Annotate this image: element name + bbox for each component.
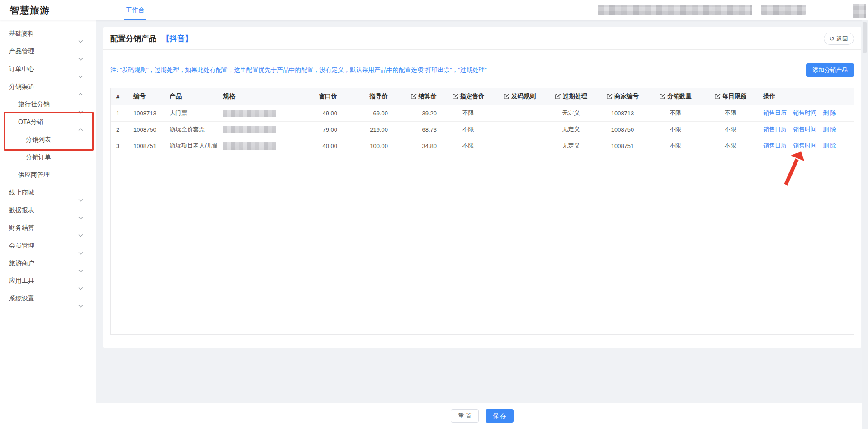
sidebar-item-app-tools[interactable]: 应用工具 [0,272,96,290]
table-cell: 不限 [648,138,703,154]
column-header-label: 商家编号 [614,92,639,100]
sales-time-link-row3[interactable]: 销售时间 [793,142,816,149]
sidebar-item-distribution-channel[interactable]: 分销渠道 [0,78,96,95]
edit-column-icon[interactable] [555,93,561,100]
sidebar-nav: 基础资料产品管理订单中心分销渠道旅行社分销OTA分销分销列表分销订单供应商管理线… [0,20,96,429]
redacted-spec [223,142,276,150]
sidebar-item-tourism-merchant[interactable]: 旅游商户 [0,254,96,272]
delete-link-row1[interactable]: 删 除 [823,110,836,116]
edit-column-icon[interactable] [452,93,458,100]
table-cell: 不限 [442,105,494,121]
sidebar-item-distribution-orders[interactable]: 分销订单 [0,148,96,166]
scrollbar-thumb[interactable] [863,22,867,53]
actions-cell: 销售日历销售时间删 除 [758,105,854,121]
table-cell: 游玩全价套票 [164,121,217,138]
table-cell: 不限 [648,105,703,121]
table-cell: 不限 [442,138,494,154]
column-header-label: 过期处理 [563,92,587,100]
sidebar-item-label: 分销列表 [26,136,51,143]
table-cell: 大门票 [164,105,217,121]
sidebar-item-basic-data[interactable]: 基础资料 [0,25,96,43]
save-button[interactable]: 保 存 [486,409,514,423]
column-header-label: 窗口价 [319,92,338,100]
redacted-spec [223,126,276,133]
note-row: 注: "发码规则"，过期处理，如果此处有配置，这里配置优先于产品中的配置，没有定… [103,50,861,88]
sidebar-item-label: OTA分销 [18,118,43,125]
column-header: 窗口价 [295,88,343,105]
edit-column-icon[interactable] [410,93,417,100]
sidebar-item-order-center[interactable]: 订单中心 [0,60,96,78]
table-cell: 1008713 [128,105,164,121]
table-cell: 1008751 [128,138,164,154]
spec-cell-redacted [217,105,295,121]
sidebar-item-distribution-list[interactable]: 分销列表 [0,131,96,148]
scrollbar[interactable] [862,20,868,429]
table-cell [494,121,545,138]
edit-column-icon[interactable] [503,93,509,100]
channel-tag: 【抖音】 [162,34,193,43]
column-header: 发码规则 [494,88,545,105]
top-navbar: 智慧旅游 工作台 [0,0,868,20]
page-title-text: 配置分销产品 [110,34,156,43]
sales-calendar-link-row3[interactable]: 销售日历 [763,142,787,149]
column-header: 过期处理 [545,88,597,105]
column-header-label: 规格 [223,92,235,100]
column-header-label: 指导价 [370,92,388,100]
sidebar-item-supplier-mgmt[interactable]: 供应商管理 [0,166,96,184]
reset-button[interactable]: 重 置 [451,409,479,423]
add-distribution-product-button[interactable]: 添加分销产品 [806,63,854,77]
table-cell: 1008751 [597,138,648,154]
sales-time-link-row2[interactable]: 销售时间 [793,126,816,133]
table-row: 11008713大门票49.0069.0039.20不限无定义1008713不限… [111,105,854,121]
products-table-wrap: #编号产品规格窗口价指导价结算价指定售价发码规则过期处理商家编号分销数量每日限额… [110,88,854,335]
edit-column-icon[interactable] [714,93,721,100]
table-cell: 219.00 [343,121,393,138]
back-button[interactable]: ↺返回 [824,33,854,45]
column-header: # [111,88,128,105]
sidebar-item-data-reports[interactable]: 数据报表 [0,201,96,219]
back-button-label: 返回 [836,35,848,42]
sidebar-item-product-mgmt[interactable]: 产品管理 [0,43,96,60]
column-header-label: 分销数量 [667,92,692,100]
sales-time-link-row1[interactable]: 销售时间 [793,110,816,116]
column-header: 规格 [217,88,295,105]
table-cell: 2 [111,121,128,138]
table-cell: 不限 [703,138,758,154]
delete-link-row2[interactable]: 删 除 [823,126,836,133]
sales-calendar-link-row1[interactable]: 销售日历 [763,110,787,116]
table-cell: 无定义 [545,105,597,121]
sidebar-item-ota-distribution[interactable]: OTA分销 [0,113,96,131]
column-header-label: 发码规则 [511,92,536,100]
sidebar-item-online-mall[interactable]: 线上商城 [0,184,96,201]
table-cell: 无定义 [545,138,597,154]
column-header: 结算价 [393,88,442,105]
table-row: 21008750游玩全价套票79.00219.0068.73不限无定义10087… [111,121,854,138]
sidebar-item-label: 分销渠道 [9,83,34,90]
tab-workbench[interactable]: 工作台 [122,0,148,20]
column-header: 编号 [128,88,164,105]
sidebar-item-label: 旅行社分销 [18,100,50,108]
table-cell: 1 [111,105,128,121]
table-cell: 游玩项目老人/儿童... [164,138,217,154]
sidebar-item-system-settings[interactable]: 系统设置 [0,290,96,307]
sidebar-item-finance-settlement[interactable]: 财务结算 [0,219,96,237]
actions-cell: 销售日历销售时间删 除 [758,138,854,154]
column-header: 操作 [758,88,854,105]
sidebar-item-label: 分销订单 [26,153,51,161]
edit-column-icon[interactable] [606,93,613,100]
column-header-label: 编号 [133,92,146,100]
column-header: 产品 [164,88,217,105]
table-cell: 1008713 [597,105,648,121]
config-note: 注: "发码规则"，过期处理，如果此处有配置，这里配置优先于产品中的配置，没有定… [110,66,487,74]
table-cell: 49.00 [295,105,343,121]
table-cell: 不限 [648,121,703,138]
column-header-label: 产品 [170,92,182,100]
sidebar-item-travel-agency-distribution[interactable]: 旅行社分销 [0,95,96,113]
sales-calendar-link-row2[interactable]: 销售日历 [763,126,787,133]
column-header-label: # [116,93,120,100]
column-header: 每日限额 [703,88,758,105]
delete-link-row3[interactable]: 删 除 [823,142,836,149]
sidebar-item-member-mgmt[interactable]: 会员管理 [0,237,96,254]
sidebar-item-label: 供应商管理 [18,171,50,178]
edit-column-icon[interactable] [659,93,665,100]
